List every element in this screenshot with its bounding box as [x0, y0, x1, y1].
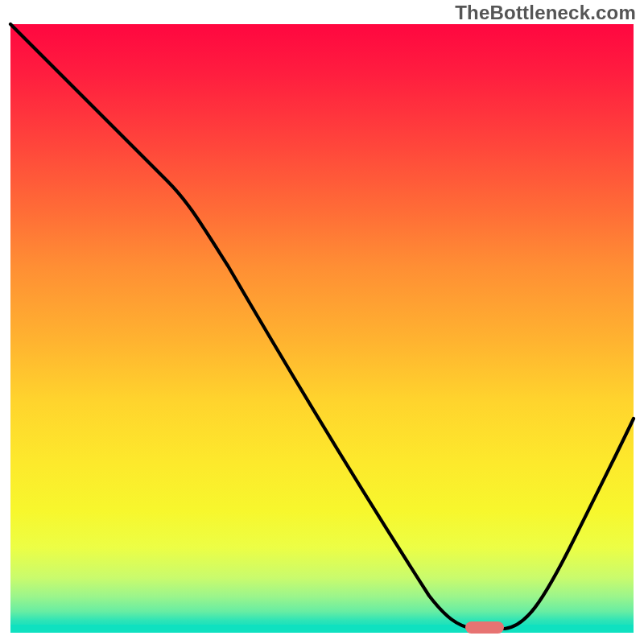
- optimal-range-marker: [465, 621, 504, 634]
- bottleneck-curve-path: [10, 24, 634, 629]
- chart-canvas: TheBottleneck.com: [0, 0, 644, 644]
- watermark-text: TheBottleneck.com: [455, 2, 636, 24]
- bottleneck-curve-svg: [10, 24, 634, 633]
